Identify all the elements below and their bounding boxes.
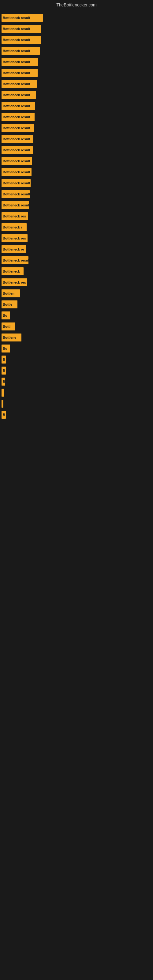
result-bar: Bottleneck result	[2, 201, 29, 209]
result-bar: Bottleneck result	[2, 80, 37, 88]
result-bar: Bottlen	[2, 290, 20, 298]
bar-label: Bottleneck result	[3, 126, 30, 130]
result-bar: Bottleneck result	[2, 102, 35, 110]
bar-label: Bottleneck result	[3, 137, 30, 141]
bar-row: B	[2, 377, 151, 387]
bar-label: Bottleneck re	[3, 247, 24, 251]
bar-label: Bottleneck res	[3, 236, 26, 240]
bar-label: Bo	[3, 313, 7, 317]
bar-row: Bottl	[2, 321, 151, 331]
result-bar: B	[2, 356, 6, 364]
result-bar: Bottleneck result	[2, 69, 38, 77]
bar-row: Bottleneck result	[2, 112, 151, 122]
bar-row: Bottleneck re	[2, 244, 151, 254]
bar-row: Bottleneck result	[2, 68, 151, 78]
result-bar: Bottleneck result	[2, 168, 32, 176]
bar-row: Bottleneck result	[2, 156, 151, 166]
bar-row: Bottleneck result	[2, 57, 151, 67]
result-bar: Bottleneck	[2, 267, 24, 275]
result-bar: Bottleneck result	[2, 124, 34, 132]
bar-row: Bottleneck res	[2, 211, 151, 221]
result-bar: Bo	[2, 345, 10, 353]
bar-label: Bottleneck result	[3, 38, 30, 41]
bar-row	[2, 399, 151, 409]
bar-label: Bottleneck result	[3, 192, 30, 196]
result-bar: Bottleneck result	[2, 146, 33, 154]
result-bar: Bottleneck result	[2, 91, 36, 99]
bar-row: B	[2, 366, 151, 375]
bar-row: Bottleneck result	[2, 46, 151, 56]
bar-row: Bottleneck result	[2, 24, 151, 34]
bar-label: Bo	[3, 347, 7, 350]
bar-row: Bottleneck res	[2, 277, 151, 287]
bar-row: Bottleneck result	[2, 189, 151, 199]
bar-label: Bottleneck res	[3, 215, 26, 218]
result-bar: Bottleneck r	[2, 223, 27, 231]
result-bar: Bottleneck result	[2, 135, 33, 143]
result-bar: Bottleneck result	[2, 25, 41, 33]
bar-label: Bottleneck result	[3, 71, 30, 75]
bar-label: B	[3, 380, 5, 383]
bar-label: Bottleneck r	[3, 225, 22, 229]
bar-row: Bottleneck res	[2, 233, 151, 243]
result-bar: Bottleneck result	[2, 256, 29, 264]
result-bar: Bottleneck result	[2, 47, 40, 55]
bar-label: Bottleneck result	[3, 258, 29, 262]
bar-row: Bottleneck result	[2, 101, 151, 111]
result-bar: Bo	[2, 312, 10, 320]
bar-label: Bottleneck result	[3, 148, 30, 152]
result-bar: Bottleneck result	[2, 190, 30, 198]
result-bar: B	[2, 411, 6, 418]
bar-row: B	[2, 355, 151, 364]
bar-label: Bottleneck	[3, 269, 20, 273]
bar-row: Bottleneck result	[2, 79, 151, 89]
site-title: TheBottlenecker.com	[0, 0, 153, 10]
bar-label: Bottleneck result	[3, 204, 29, 207]
result-bar: Bottleneck re	[2, 245, 26, 253]
result-bar: B	[2, 378, 5, 385]
bar-label: Bottleneck result	[3, 170, 30, 174]
result-bar	[2, 389, 4, 396]
bar-label: Bottlene	[3, 336, 16, 339]
result-bar: B	[2, 367, 6, 375]
bar-label: Bottleneck result	[3, 49, 30, 52]
result-bar	[2, 400, 3, 407]
result-bar: Bottleneck result	[2, 36, 41, 44]
result-bar: Bottleneck result	[2, 179, 30, 187]
bar-label: Bottleneck result	[3, 115, 30, 119]
bar-row: Bottleneck result	[2, 255, 151, 265]
bar-row: Bottleneck	[2, 266, 151, 276]
result-bar: Bottleneck res	[2, 234, 27, 242]
bar-row: Bottlen	[2, 288, 151, 298]
result-bar: Bottleneck result	[2, 58, 38, 66]
bar-label: B	[3, 369, 5, 372]
bar-row: Bottleneck result	[2, 13, 151, 23]
bar-row: Bottleneck result	[2, 145, 151, 155]
bar-row: Bottleneck result	[2, 200, 151, 210]
result-bar: Bottleneck result	[2, 113, 35, 121]
bar-label: Bottl	[3, 325, 10, 328]
bar-row: Bottleneck result	[2, 35, 151, 45]
result-bar: Bottle	[2, 301, 18, 309]
bar-label: Bottleneck res	[3, 280, 26, 284]
bar-row: Bottlene	[2, 332, 151, 342]
bar-label: B	[3, 358, 5, 361]
bar-label: Bottleneck result	[3, 159, 30, 163]
bar-row: Bottleneck result	[2, 178, 151, 188]
bar-row	[2, 388, 151, 398]
result-bar: Bottleneck res	[2, 212, 28, 220]
result-bar: Bottl	[2, 323, 15, 331]
result-bar: Bottlene	[2, 334, 21, 342]
bar-label: Bottlen	[3, 291, 14, 295]
bar-label: Bottleneck result	[3, 16, 30, 20]
bar-row: Bo	[2, 344, 151, 353]
bars-container: Bottleneck resultBottleneck resultBottle…	[0, 10, 153, 424]
bar-label: B	[3, 413, 5, 417]
result-bar: Bottleneck res	[2, 278, 27, 286]
bar-row: Bottleneck result	[2, 90, 151, 100]
bar-label: Bottleneck result	[3, 93, 30, 97]
bar-label: Bottleneck result	[3, 104, 30, 108]
bar-row: Bottleneck r	[2, 222, 151, 232]
bar-row: Bottleneck result	[2, 123, 151, 133]
bar-label: Bottleneck result	[3, 60, 30, 64]
